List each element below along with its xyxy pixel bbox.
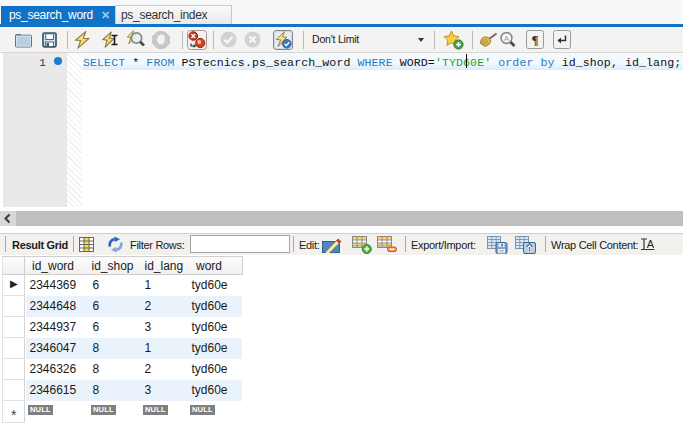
svg-text:¶: ¶ <box>531 32 538 47</box>
svg-text:A: A <box>504 34 509 43</box>
svg-text:A: A <box>647 238 655 250</box>
